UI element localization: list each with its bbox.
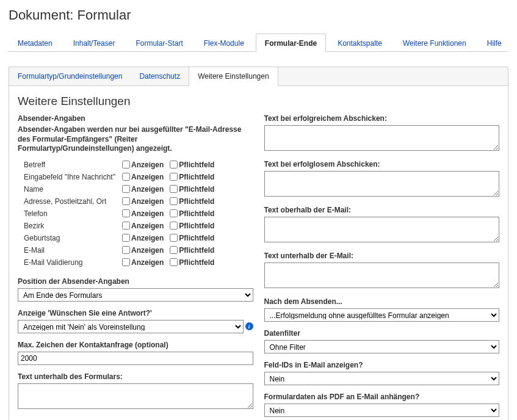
required-checkbox[interactable] (170, 161, 178, 168)
sender-field-label: E-Mail Validierung (24, 258, 118, 267)
required-checkbox[interactable] (170, 185, 178, 193)
success-label: Text bei erfolgreichem Abschicken: (264, 114, 500, 123)
top-tab[interactable]: Weitere Funktionen (394, 34, 475, 52)
top-tab[interactable]: Metadaten (9, 34, 62, 52)
answer-select[interactable]: Anzeigen mit 'Nein' als Voreinstellung (18, 320, 244, 333)
content-box: Formulartyp/GrundeinstellungenDatenschut… (9, 67, 508, 420)
required-checkbox[interactable] (170, 222, 178, 230)
show-checkbox-label: Anzeigen (131, 197, 164, 206)
sender-row: E-MailAnzeigenPflichtfeld (24, 244, 253, 256)
success-textarea[interactable] (264, 125, 500, 151)
show-checkbox-label: Anzeigen (131, 246, 164, 255)
sender-row: Eingabefeld "Ihre Nachricht"AnzeigenPfli… (24, 171, 253, 183)
maxchars-input[interactable] (18, 352, 253, 365)
required-checkbox-label: Pflichtfeld (179, 234, 214, 242)
top-tab[interactable]: Flex-Module (195, 34, 253, 52)
below-email-label: Text unterhalb der E-Mail: (264, 252, 500, 260)
required-checkbox-label: Pflichtfeld (179, 197, 214, 206)
fieldids-select[interactable]: Nein (264, 372, 500, 385)
sender-row: BetreffAnzeigenPflichtfeld (24, 159, 253, 171)
required-checkbox-label: Pflichtfeld (179, 161, 214, 169)
sender-field-label: Bezirk (24, 222, 118, 230)
sub-tabbar: Formulartyp/GrundeinstellungenDatenschut… (9, 67, 508, 86)
fail-textarea[interactable] (264, 171, 500, 197)
show-checkbox-label: Anzeigen (131, 173, 164, 181)
sub-tab[interactable]: Weitere Einstellungen (189, 67, 278, 86)
show-checkbox-label: Anzeigen (131, 234, 164, 242)
show-checkbox[interactable] (122, 209, 130, 217)
position-select[interactable]: Am Ende des Formulars (18, 288, 253, 302)
info-icon[interactable]: i (245, 322, 253, 330)
pdf-select[interactable]: Nein (264, 404, 500, 417)
page-title: Dokument: Formular (9, 7, 508, 23)
sender-field-label: Adresse, Postleitzahl, Ort (24, 197, 118, 206)
sender-note: Absender-Angaben werden nur bei ausgefül… (18, 125, 253, 154)
pdf-label: Formulardaten als PDF an E-Mail anhängen… (264, 393, 500, 401)
required-checkbox-label: Pflichtfeld (179, 185, 214, 194)
fieldids-label: Feld-IDs in E-Mail anzeigen? (264, 361, 500, 369)
sender-row: Adresse, Postleitzahl, OrtAnzeigenPflich… (24, 195, 253, 208)
show-checkbox-label: Anzeigen (131, 222, 164, 230)
fail-label: Text bei erfolglosem Abschicken: (264, 160, 500, 168)
above-email-label: Text oberhalb der E-Mail: (264, 206, 500, 214)
required-checkbox-label: Pflichtfeld (179, 209, 214, 218)
required-checkbox-label: Pflichtfeld (179, 258, 214, 267)
show-checkbox-label: Anzeigen (131, 185, 164, 194)
sender-field-label: Geburtstag (24, 234, 118, 242)
required-checkbox[interactable] (170, 209, 178, 217)
top-tab[interactable]: Formular-Start (126, 34, 192, 52)
top-tab[interactable]: Kontaktspalte (328, 34, 391, 52)
show-checkbox[interactable] (122, 197, 130, 205)
required-checkbox[interactable] (170, 258, 178, 266)
sender-field-label: Name (24, 185, 118, 194)
show-checkbox[interactable] (122, 173, 130, 181)
required-checkbox[interactable] (170, 197, 178, 205)
sender-field-label: Eingabefeld "Ihre Nachricht" (24, 173, 118, 181)
sender-row: NameAnzeigenPflichtfeld (24, 183, 253, 195)
position-label: Position der Absender-Angaben (18, 277, 253, 286)
sub-tab[interactable]: Formulartyp/Grundeinstellungen (9, 67, 131, 85)
text-below-form-label: Text unterhalb des Formulars: (18, 372, 253, 381)
section-title: Weitere Einstellungen (18, 95, 499, 108)
required-checkbox-label: Pflichtfeld (179, 246, 214, 255)
required-checkbox-label: Pflichtfeld (179, 222, 214, 230)
show-checkbox-label: Anzeigen (131, 209, 164, 218)
datafilter-select[interactable]: Ohne Filter (264, 340, 500, 353)
required-checkbox[interactable] (170, 173, 178, 181)
sender-heading: Absender-Angaben (18, 114, 253, 123)
show-checkbox[interactable] (122, 246, 130, 254)
show-checkbox[interactable] (122, 234, 130, 242)
sender-row: TelefonAnzeigenPflichtfeld (24, 208, 253, 220)
after-send-select[interactable]: ...Erfolgsmeldung ohne ausgefülltes Form… (264, 308, 500, 322)
maxchars-label: Max. Zeichen der Kontaktanfrage (optiona… (18, 341, 253, 349)
sender-row: BezirkAnzeigenPflichtfeld (24, 220, 253, 232)
below-email-textarea[interactable] (264, 262, 500, 288)
after-send-label: Nach dem Absenden... (264, 297, 500, 306)
sender-field-label: E-Mail (24, 246, 118, 255)
required-checkbox[interactable] (170, 246, 178, 254)
show-checkbox[interactable] (122, 222, 130, 230)
top-tab[interactable]: Hilfe (478, 34, 511, 52)
answer-label: Anzeige 'Wünschen Sie eine Antwort?' (18, 309, 253, 317)
show-checkbox[interactable] (122, 185, 130, 193)
sender-field-label: Telefon (24, 209, 118, 218)
top-tab[interactable]: Formular-Ende (256, 34, 326, 52)
sender-row: E-Mail ValidierungAnzeigenPflichtfeld (24, 256, 253, 269)
sub-tab[interactable]: Datenschutz (131, 67, 189, 85)
show-checkbox[interactable] (122, 258, 130, 266)
required-checkbox[interactable] (170, 234, 178, 242)
show-checkbox-label: Anzeigen (131, 161, 164, 169)
top-tabbar: MetadatenInhalt/TeaserFormular-StartFlex… (9, 33, 508, 52)
required-checkbox-label: Pflichtfeld (179, 173, 214, 181)
sender-rows: BetreffAnzeigenPflichtfeldEingabefeld "I… (24, 159, 253, 269)
sender-field-label: Betreff (24, 161, 118, 169)
top-tab[interactable]: Inhalt/Teaser (64, 34, 125, 52)
above-email-textarea[interactable] (264, 217, 500, 242)
show-checkbox[interactable] (122, 161, 130, 168)
sender-row: GeburtstagAnzeigenPflichtfeld (24, 232, 253, 244)
show-checkbox-label: Anzeigen (131, 258, 164, 267)
text-below-form-textarea[interactable] (18, 383, 253, 409)
datafilter-label: Datenfilter (264, 329, 500, 338)
